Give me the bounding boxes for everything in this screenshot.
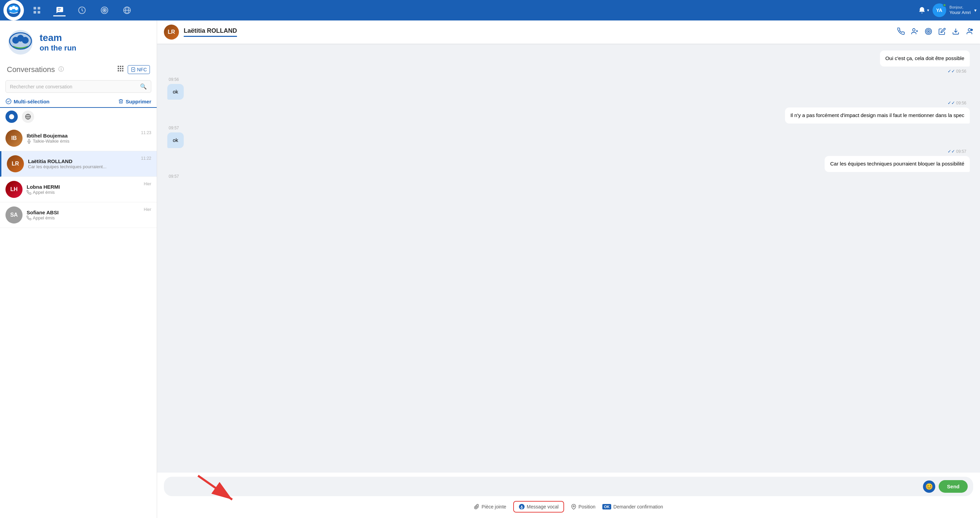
call-icon[interactable]	[897, 28, 905, 37]
message-vocal-label: Message vocal	[527, 504, 558, 510]
chat-header: LR Laëtitia ROLLAND	[157, 21, 980, 44]
conversation-item-lobna[interactable]: LH Lobna HERMI Appel émis Hier	[0, 177, 157, 202]
sidebar: team on the run Conversations ⓘ	[0, 21, 157, 518]
conversations-info-icon[interactable]: ⓘ	[58, 66, 64, 73]
user-info: Bonjour, Yousr Amri	[950, 5, 971, 15]
multi-selection-button[interactable]: Multi-sélection	[5, 98, 49, 105]
conv-time-sofiane: Hier	[144, 207, 151, 212]
filter-tab-groups[interactable]	[22, 111, 34, 123]
avatar-sofiane: SA	[5, 207, 22, 224]
nav-user-dropdown-chevron[interactable]: ▾	[974, 8, 977, 13]
conversations-actions: NFC	[117, 65, 150, 74]
emoji-button[interactable]: 😊	[923, 480, 935, 493]
nfc-button[interactable]: NFC	[128, 65, 150, 74]
nav-messages-icon[interactable]	[53, 4, 65, 16]
svg-point-48	[968, 28, 970, 31]
svg-point-45	[927, 29, 931, 33]
notification-bell[interactable]: ▾	[918, 6, 929, 14]
time-label-0956: 09:56	[167, 77, 970, 82]
conv-details-ibtihel: Ibtihel Boujemaa Talkie-Walkie émis	[27, 133, 151, 144]
conversation-item-sofiane[interactable]: SA Sofiane ABSI Appel émis Hier	[0, 202, 157, 228]
conv-name-ibtihel: Ibtihel Boujemaa	[27, 133, 151, 138]
filter-tab-direct[interactable]	[5, 111, 18, 123]
conv-preview-lobna: Appel émis	[27, 190, 151, 195]
svg-point-22	[22, 37, 29, 44]
svg-point-14	[104, 10, 105, 11]
delete-button[interactable]: Supprimer	[118, 99, 151, 105]
conv-name-laetitia: Laëtitia ROLLAND	[28, 158, 151, 164]
message-1: Oui c'est ça, cela doit être possible	[880, 51, 970, 67]
nav-activity-icon[interactable]	[76, 4, 88, 16]
avatar-laetitia: LR	[7, 155, 24, 172]
nav-right-section: ▾ YA Bonjour, Yousr Amri ▾	[918, 3, 977, 17]
nav-target-icon[interactable]	[98, 4, 111, 16]
bottom-actions-container: Pièce jointe Message vocal	[164, 500, 973, 514]
conversations-header: Conversations ⓘ	[0, 62, 157, 78]
chat-header-avatar: LR	[164, 25, 179, 40]
conversation-search-bar[interactable]: 🔍	[5, 80, 151, 93]
brand-name: team on the run	[40, 32, 76, 52]
conversation-item-ibtihel[interactable]: IB Ibtihel Boujemaa Talkie-Walkie émis 1…	[0, 126, 157, 151]
message-4: ok	[167, 132, 184, 148]
svg-rect-24	[118, 66, 119, 67]
timestamp-4: ✓✓ 09:57	[167, 149, 970, 154]
message-vocal-button[interactable]: Message vocal	[513, 501, 564, 513]
conversation-item-laetitia[interactable]: LR Laëtitia ROLLAND Car les équipes tech…	[0, 151, 157, 177]
brand-logo	[7, 29, 34, 56]
piece-jointe-label: Pièce jointe	[482, 504, 506, 510]
conv-preview-sofiane: Appel émis	[27, 215, 151, 221]
position-label: Position	[578, 504, 595, 510]
online-status-dot	[943, 3, 946, 7]
user-avatar: YA	[932, 3, 946, 17]
add-user-icon[interactable]	[911, 28, 918, 37]
top-navigation: ▾ YA Bonjour, Yousr Amri ▾	[0, 0, 980, 21]
app-logo	[3, 0, 24, 21]
conv-name-sofiane: Sofiane ABSI	[27, 210, 151, 215]
svg-rect-31	[120, 70, 121, 72]
edit-icon[interactable]	[938, 28, 946, 37]
send-button[interactable]: Send	[939, 480, 968, 493]
conversations-title: Conversations	[7, 65, 55, 74]
grid-view-button[interactable]	[117, 65, 124, 74]
svg-rect-6	[38, 7, 40, 10]
message-input[interactable]	[169, 483, 920, 489]
conv-details-sofiane: Sofiane ABSI Appel émis	[27, 210, 151, 221]
time-label-0957b: 09:57	[167, 174, 970, 179]
chat-input-row: 😊 Send	[164, 477, 973, 496]
conv-details-lobna: Lobna HERMI Appel émis	[27, 184, 151, 195]
message-3: Il n'y a pas forcément d'impact design m…	[785, 108, 970, 124]
svg-rect-7	[33, 11, 36, 14]
svg-rect-28	[120, 68, 121, 69]
svg-rect-26	[122, 66, 124, 67]
svg-point-37	[9, 114, 14, 119]
ok-badge: OK	[602, 504, 612, 510]
conv-time-ibtihel: 11:23	[141, 130, 151, 135]
nav-contacts-icon[interactable]	[31, 4, 43, 16]
conversation-list: IB Ibtihel Boujemaa Talkie-Walkie émis 1…	[0, 126, 157, 518]
conv-preview-ibtihel: Talkie-Walkie émis	[27, 138, 151, 144]
demander-confirmation-button[interactable]: OK Demander confirmation	[602, 504, 663, 510]
selection-bar: Multi-sélection Supprimer	[0, 95, 157, 108]
user-info-icon[interactable]: i	[966, 28, 973, 37]
conv-time-lobna: Hier	[144, 181, 151, 186]
svg-rect-29	[122, 68, 124, 69]
nav-globe-icon[interactable]	[121, 4, 133, 16]
conv-preview-laetitia: Car les équipes techniques pourraient...	[28, 164, 151, 169]
target-icon[interactable]	[925, 28, 932, 37]
search-input[interactable]	[10, 84, 140, 89]
svg-rect-8	[38, 11, 40, 14]
position-button[interactable]: Position	[571, 504, 595, 510]
timestamp-1: ✓✓ 09:56	[167, 68, 970, 74]
search-icon: 🔍	[140, 83, 147, 90]
main-layout: team on the run Conversations ⓘ	[0, 21, 980, 518]
piece-jointe-button[interactable]: Pièce jointe	[474, 504, 506, 510]
filter-tabs	[0, 108, 157, 126]
download-icon[interactable]	[952, 28, 959, 37]
svg-rect-30	[118, 70, 119, 72]
chat-area: LR Laëtitia ROLLAND	[157, 21, 980, 518]
svg-rect-5	[33, 7, 36, 10]
svg-rect-27	[118, 68, 119, 69]
chat-contact-name: Laëtitia ROLLAND	[184, 27, 237, 37]
chat-header-name-container: Laëtitia ROLLAND	[184, 27, 237, 37]
svg-text:i: i	[971, 28, 972, 32]
